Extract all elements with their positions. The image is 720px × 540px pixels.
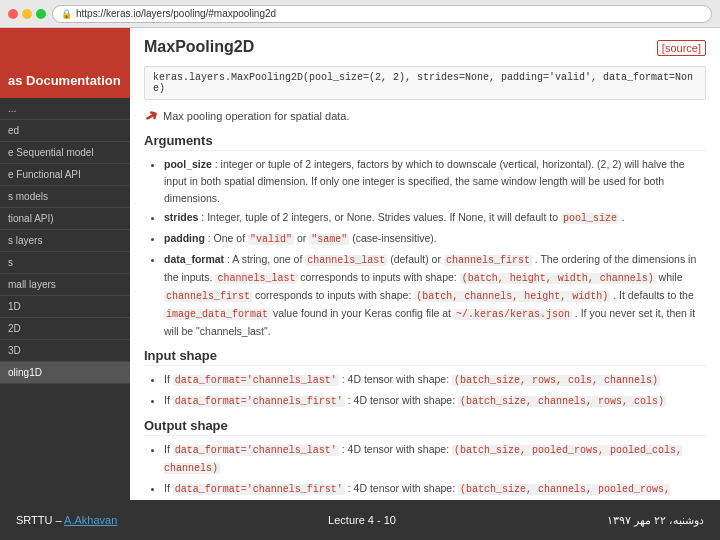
window-controls xyxy=(8,9,46,19)
sidebar-item-tional[interactable]: tional API) xyxy=(0,208,130,230)
sidebar-item-s[interactable]: s xyxy=(0,252,130,274)
source-link[interactable]: [source] xyxy=(657,40,706,56)
lecture-text: Lecture 4 - 10 xyxy=(328,514,396,526)
param-padding-desc: : One of "valid" or "same" (case-insensi… xyxy=(208,232,437,244)
address-bar[interactable]: 🔒 https://keras.io/layers/pooling/#maxpo… xyxy=(52,5,712,23)
input-shape-list: If data_format='channels_last' : 4D tens… xyxy=(144,371,706,410)
param-strides: strides xyxy=(164,211,198,223)
sidebar-item-small[interactable]: mall layers xyxy=(0,274,130,296)
sidebar-item-sequential[interactable]: e Sequential model xyxy=(0,142,130,164)
browser-toolbar: 🔒 https://keras.io/layers/pooling/#maxpo… xyxy=(0,0,720,28)
date-text: دوشنبه، ۲۲ مهر ۱۳۹۷ xyxy=(607,514,704,526)
lock-icon: 🔒 xyxy=(61,9,72,19)
sidebar-item-1[interactable]: ed xyxy=(0,120,130,142)
bottom-bar: SRTTU – A.Akhavan Lecture 4 - 10 دوشنبه،… xyxy=(0,500,720,540)
minimize-icon[interactable] xyxy=(22,9,32,19)
content-area: MaxPooling2D [source] keras.layers.MaxPo… xyxy=(130,28,720,500)
author-link[interactable]: A.Akhavan xyxy=(64,514,117,526)
doc-title: MaxPooling2D xyxy=(144,38,254,56)
list-item: If data_format='channels_first' : 4D ten… xyxy=(164,480,706,500)
bottom-left: SRTTU – A.Akhavan xyxy=(16,514,117,526)
param-padding: padding xyxy=(164,232,205,244)
sidebar-item-0[interactable]: ... xyxy=(0,98,130,120)
sidebar-item-oling1d[interactable]: oling1D xyxy=(0,362,130,384)
list-item: If data_format='channels_last' : 4D tens… xyxy=(164,441,706,477)
maximize-icon[interactable] xyxy=(36,9,46,19)
section-input-title: Input shape xyxy=(144,348,706,366)
sidebar-item-1d[interactable]: 1D xyxy=(0,296,130,318)
param-data-format-desc: : A string, one of channels_last (defaul… xyxy=(164,253,696,337)
sidebar-item-functional[interactable]: e Functional API xyxy=(0,164,130,186)
output-shape-list: If data_format='channels_last' : 4D tens… xyxy=(144,441,706,500)
param-strides-desc: : Integer, tuple of 2 integers, or None.… xyxy=(201,211,624,223)
list-item: pool_size : integer or tuple of 2 intege… xyxy=(164,156,706,206)
sidebar-item-models[interactable]: s models xyxy=(0,186,130,208)
sidebar: as Documentation ... ed e Sequential mod… xyxy=(0,28,130,500)
bottom-center: Lecture 4 - 10 xyxy=(328,514,396,526)
sidebar-header: as Documentation xyxy=(0,28,130,98)
sidebar-item-2d[interactable]: 2D xyxy=(0,318,130,340)
description: ➜ Max pooling operation for spatial data… xyxy=(144,106,706,125)
sidebar-item-layers[interactable]: s layers xyxy=(0,230,130,252)
list-item: strides : Integer, tuple of 2 integers, … xyxy=(164,209,706,227)
param-pool-size-desc: : integer or tuple of 2 integers, factor… xyxy=(164,158,685,204)
code-signature: keras.layers.MaxPooling2D(pool_size=(2, … xyxy=(144,66,706,100)
bottom-right: دوشنبه، ۲۲ مهر ۱۳۹۷ xyxy=(607,514,704,527)
main-layout: as Documentation ... ed e Sequential mod… xyxy=(0,28,720,500)
param-pool-size: pool_size xyxy=(164,158,212,170)
institution-text: SRTTU – xyxy=(16,514,64,526)
list-item: padding : One of "valid" or "same" (case… xyxy=(164,230,706,248)
description-text: Max pooling operation for spatial data. xyxy=(163,110,350,122)
list-item: If data_format='channels_last' : 4D tens… xyxy=(164,371,706,389)
url-text: https://keras.io/layers/pooling/#maxpool… xyxy=(76,8,276,19)
close-icon[interactable] xyxy=(8,9,18,19)
section-output-title: Output shape xyxy=(144,418,706,436)
section-arguments-title: Arguments xyxy=(144,133,706,151)
list-item: data_format : A string, one of channels_… xyxy=(164,251,706,340)
sidebar-item-3d[interactable]: 3D xyxy=(0,340,130,362)
param-data-format: data_format xyxy=(164,253,224,265)
list-item: If data_format='channels_first' : 4D ten… xyxy=(164,392,706,410)
arguments-list: pool_size : integer or tuple of 2 intege… xyxy=(144,156,706,340)
arrow-icon: ➜ xyxy=(140,104,161,127)
